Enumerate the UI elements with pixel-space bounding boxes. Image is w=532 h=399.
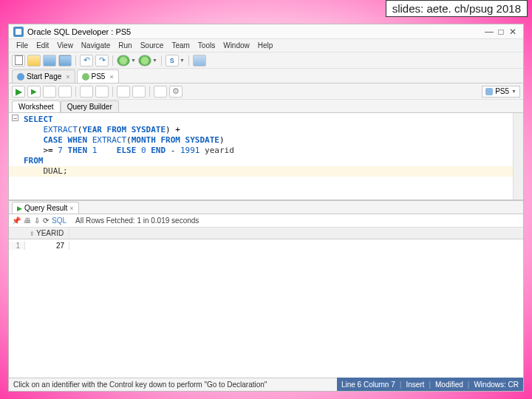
menu-navigate[interactable]: Navigate [78,41,113,50]
run-script-icon[interactable]: ▶ [27,86,41,98]
connection-selector[interactable]: PS5 ▼ [482,86,520,98]
grid-row[interactable]: 1 27 [9,239,523,251]
save-icon[interactable] [43,55,56,66]
sql-tuning-icon[interactable] [80,86,93,98]
worksheet-inner-tabs: Worksheet Query Builder [9,100,523,113]
new-icon[interactable] [12,55,25,66]
close-tab-icon[interactable]: × [66,73,69,81]
menu-file[interactable]: File [13,41,31,50]
autotrace-icon[interactable] [58,86,72,98]
menubar: File Edit View Navigate Run Source Team … [9,39,523,52]
maximize-button[interactable]: □ [495,27,507,37]
worksheet-icon [82,73,89,81]
pin-icon[interactable]: 📌 [12,216,21,225]
sqldeveloper-window: Oracle SQL Developer : PS5 — □ ✕ File Ed… [8,24,524,392]
open-icon[interactable] [27,55,41,66]
export-icon[interactable]: ⇩ [34,216,40,225]
tab-label: PS5 [92,72,106,81]
status-linecol: Line 6 Column 7 [341,381,395,389]
commit-icon[interactable] [95,86,109,98]
row-number: 1 [9,242,25,250]
menu-tools[interactable]: Tools [195,41,218,50]
status-insert: Insert [406,381,424,389]
slide-url-banner: slides: aete. ch/psug 2018 [386,0,528,17]
undo-icon[interactable] [80,55,93,66]
close-button[interactable]: ✕ [507,27,519,37]
grid-header: ⇕YEARID [9,228,523,239]
connection-name: PS5 [495,87,509,95]
chevron-down-icon: ▼ [511,89,516,94]
fetch-icon[interactable]: ⟳ [43,216,49,225]
chevron-down-icon[interactable]: ▼ [131,58,136,63]
menu-help[interactable]: Help [255,41,276,50]
back-icon[interactable] [117,55,130,66]
minimize-button[interactable]: — [483,27,495,37]
menu-run[interactable]: Run [115,41,134,50]
clear-icon[interactable] [154,86,167,98]
result-tab-label: Query Result [24,204,67,212]
fetch-status: All Rows Fetched: 1 in 0.019 seconds [75,216,199,225]
statusbar-right: Line 6 Column 7 | Insert | Modified | Wi… [337,378,523,391]
connection-icon [485,88,493,95]
result-grid[interactable]: ⇕YEARID 1 27 [9,228,523,378]
menu-view[interactable]: View [54,41,76,50]
document-tabs: Start Page × PS5 × [9,69,523,83]
titlebar: Oracle SQL Developer : PS5 — □ ✕ [9,24,523,39]
sql-editor[interactable]: − SELECT EXTRACT(YEAR FROM SYSDATE) + CA… [9,113,523,200]
unshared-icon[interactable] [132,86,146,98]
rollback-icon[interactable] [117,86,130,98]
run-statement-icon[interactable]: ▶ [12,86,25,98]
scrollbar[interactable] [513,113,523,200]
app-icon [13,27,24,37]
redo-icon[interactable] [95,55,109,66]
chevron-down-icon[interactable]: ▼ [152,58,157,63]
tab-query-result[interactable]: ▶ Query Result × [12,202,79,214]
forward-icon[interactable] [138,55,151,66]
result-tabs: ▶ Query Result × [9,201,523,214]
sql-icon[interactable] [166,55,179,66]
save-all-icon[interactable] [58,55,72,66]
print-icon[interactable]: 🖶 [24,216,31,225]
tab-start-page[interactable]: Start Page × [12,69,75,83]
menu-team[interactable]: Team [168,41,192,50]
page-icon [17,73,24,81]
db-icon[interactable] [193,55,206,66]
menu-source[interactable]: Source [137,41,167,50]
tab-label: Start Page [27,72,61,81]
close-tab-icon[interactable]: × [69,205,73,212]
sort-icon: ⇕ [30,231,35,237]
menu-window[interactable]: Window [220,41,253,50]
window-title: Oracle SQL Developer : PS5 [27,27,131,36]
explain-plan-icon[interactable] [43,86,56,98]
status-platform: Windows: CR [474,381,519,389]
chevron-down-icon[interactable]: ▼ [180,58,185,63]
column-header-yearid[interactable]: ⇕YEARID [25,229,69,237]
close-tab-icon[interactable]: × [109,73,113,81]
menu-edit[interactable]: Edit [33,41,52,50]
result-panel: ▶ Query Result × 📌 🖶 ⇩ ⟳ SQL All Rows Fe… [9,200,523,378]
result-icon: ▶ [17,205,22,212]
cell-yearid: 27 [25,242,69,250]
tab-ps5[interactable]: PS5 × [77,69,119,83]
settings-icon[interactable]: ⚙ [169,86,183,98]
status-modified: Modified [435,381,463,389]
worksheet-toolbar: ▶ ▶ ⚙ PS5 ▼ [9,83,523,100]
tab-query-builder[interactable]: Query Builder [61,100,119,112]
sql-label: SQL [52,216,66,225]
tab-worksheet[interactable]: Worksheet [12,100,61,112]
main-toolbar: ▼ ▼ ▼ [9,52,523,69]
result-toolbar: 📌 🖶 ⇩ ⟳ SQL All Rows Fetched: 1 in 0.019… [9,214,523,228]
